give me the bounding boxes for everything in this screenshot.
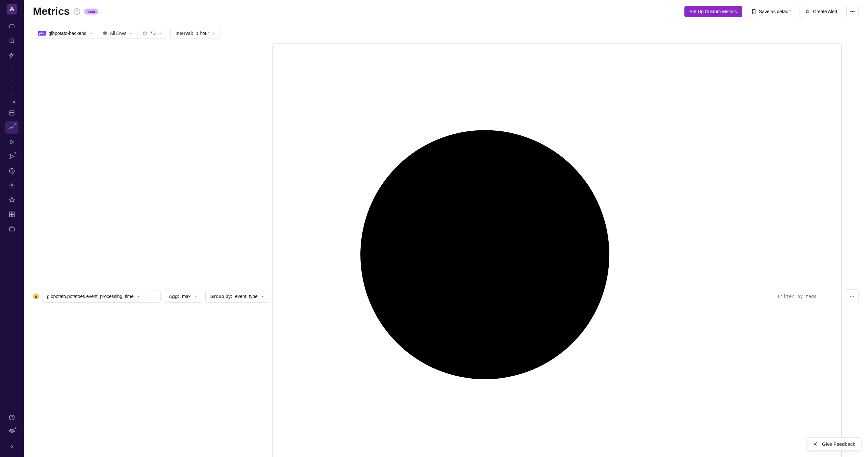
- nav-discover[interactable]: [5, 150, 19, 163]
- beta-badge: beta: [84, 8, 98, 15]
- ellipsis-icon: [850, 9, 855, 14]
- svg-point-4: [11, 185, 13, 187]
- query-row-a: a gibpotato.potatoes.event_processing_ti…: [33, 44, 859, 457]
- svg-point-18: [850, 296, 850, 297]
- give-feedback-button[interactable]: Give Feedback: [807, 437, 861, 450]
- chevron-down-icon: [136, 294, 140, 298]
- page-title: Metrics: [33, 5, 70, 18]
- nav-issues[interactable]: [5, 20, 19, 33]
- svg-rect-9: [9, 228, 14, 231]
- nav-crons[interactable]: [5, 164, 19, 177]
- nav-broadcast[interactable]: [5, 425, 19, 438]
- nav-projects[interactable]: [5, 34, 19, 48]
- project-filter[interactable]: php gibpotato-backend: [33, 28, 98, 38]
- query-badge-a: a: [33, 293, 39, 299]
- setup-custom-metrics-button[interactable]: Set Up Custom Metrics: [684, 6, 742, 17]
- chevron-down-icon: [193, 294, 197, 298]
- chevron-down-icon: [129, 31, 133, 35]
- interval-filter[interactable]: Interval: 1 hour: [171, 28, 220, 38]
- calendar-icon: [143, 31, 147, 35]
- svg-point-17: [360, 130, 609, 379]
- nav-performance[interactable]: [5, 49, 19, 62]
- nav-stats[interactable]: [5, 222, 19, 235]
- siren-icon: [805, 9, 810, 14]
- query-builder: a gibpotato.potatoes.event_processing_ti…: [24, 44, 868, 457]
- svg-rect-8: [12, 215, 14, 217]
- nav-alerts[interactable]: [5, 179, 19, 192]
- nav-divider: [8, 66, 15, 103]
- svg-rect-6: [12, 212, 14, 215]
- nav-profiling[interactable]: [5, 106, 19, 119]
- svg-point-20: [853, 296, 854, 297]
- chevron-down-icon: [158, 31, 162, 35]
- svg-point-14: [854, 11, 855, 12]
- sentry-logo[interactable]: [7, 4, 17, 15]
- nav-expand[interactable]: [5, 440, 19, 453]
- nav-replays[interactable]: [5, 135, 19, 148]
- chevron-down-icon: [260, 294, 264, 298]
- megaphone-icon: [813, 441, 819, 447]
- svg-rect-2: [9, 111, 14, 115]
- tag-filter-input-a[interactable]: [778, 294, 837, 299]
- svg-point-12: [850, 11, 851, 12]
- svg-rect-1: [10, 39, 14, 43]
- main-content: Metrics ? beta Set Up Custom Metrics Sav…: [24, 0, 868, 457]
- php-icon: php: [38, 31, 46, 35]
- svg-rect-7: [9, 215, 12, 217]
- svg-rect-16: [144, 32, 147, 35]
- time-range-filter[interactable]: 7D: [137, 28, 167, 38]
- search-icon: [277, 47, 775, 457]
- more-actions-button[interactable]: [846, 6, 859, 17]
- ellipsis-icon: [849, 294, 855, 299]
- page-header: Metrics ? beta Set Up Custom Metrics Sav…: [24, 0, 868, 23]
- app-sidebar: [0, 0, 24, 457]
- metric-select-a[interactable]: gibpotato.potatoes.event_processing_time: [42, 290, 161, 303]
- env-filter[interactable]: All Envs: [98, 28, 138, 38]
- svg-rect-0: [9, 25, 14, 28]
- help-icon[interactable]: ?: [74, 8, 80, 15]
- nav-dashboards[interactable]: [5, 208, 19, 221]
- svg-point-11: [11, 431, 12, 432]
- chevron-down-icon: [212, 31, 216, 35]
- agg-select-a[interactable]: Agg: max: [164, 290, 202, 303]
- filter-bar: php gibpotato-backend All Envs 7D Interv…: [24, 23, 868, 44]
- chevron-down-icon: [89, 31, 93, 35]
- query-more-a[interactable]: [845, 289, 859, 303]
- globe-icon: [103, 31, 107, 35]
- bookmark-icon: [751, 9, 756, 14]
- nav-help[interactable]: [5, 411, 19, 424]
- svg-point-19: [851, 296, 852, 297]
- svg-rect-5: [9, 212, 12, 215]
- create-alert-button[interactable]: Create Alert: [800, 6, 843, 17]
- group-by-select-a[interactable]: Group by: event_type: [205, 290, 269, 303]
- nav-metrics[interactable]: [5, 121, 19, 134]
- save-as-default-button[interactable]: Save as default: [746, 6, 797, 17]
- svg-point-13: [852, 11, 853, 12]
- tag-filter-a[interactable]: [273, 44, 842, 457]
- nav-releases[interactable]: [5, 193, 19, 206]
